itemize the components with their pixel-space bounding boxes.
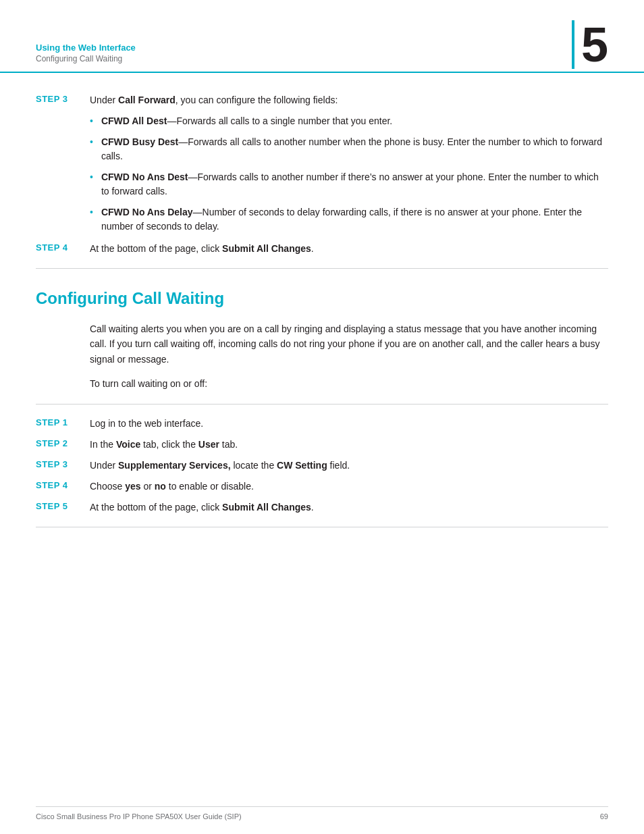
step-4-content: At the bottom of the page, click Submit …: [90, 242, 608, 256]
cw-step-5-text: At the bottom of the page, click Submit …: [90, 500, 608, 515]
call-forward-bold: Call Forward: [118, 95, 176, 105]
chapter-number: 5: [572, 20, 608, 69]
bullet-item-3: • CFWD No Ans Dest—Forwards calls to ano…: [90, 170, 608, 199]
divider-1: [36, 268, 608, 269]
cfwd-busy-dest: CFWD Busy Dest: [101, 136, 178, 147]
intro-paragraph-2: To turn call waiting on or off:: [90, 376, 608, 391]
bullet-item-4: • CFWD No Ans Delay—Number of seconds to…: [90, 205, 608, 234]
step-3-label: STEP 3: [36, 93, 90, 104]
bullet-text-2: CFWD Busy Dest—Forwards all calls to ano…: [101, 135, 608, 163]
no-option: no: [155, 481, 166, 492]
cw-step-2-block: STEP 2 In the Voice tab, click the User …: [36, 438, 608, 452]
header-left: Using the Web Interface Configuring Call…: [36, 43, 136, 63]
cw-step-5-label: STEP 5: [36, 500, 90, 511]
cfwd-no-ans-dest: CFWD No Ans Dest: [101, 172, 188, 182]
cw-step-5-content: At the bottom of the page, click Submit …: [90, 500, 608, 515]
page-header: Using the Web Interface Configuring Call…: [0, 0, 644, 73]
section-heading-call-waiting: Configuring Call Waiting: [36, 289, 608, 308]
cfwd-no-ans-delay: CFWD No Ans Delay: [101, 207, 193, 217]
footer-left-text: Cisco Small Business Pro IP Phone SPA50X…: [36, 812, 242, 820]
bullet-list: • CFWD All Dest—Forwards all calls to a …: [90, 114, 608, 234]
cw-step-1-text: Log in to the web interface.: [90, 417, 608, 431]
header-chapter-title: Using the Web Interface: [36, 43, 136, 53]
submit-all-changes-2: Submit All Changes: [222, 502, 311, 513]
yes-option: yes: [125, 481, 140, 492]
cw-step-1-content: Log in to the web interface.: [90, 417, 608, 431]
cw-step-3-block: STEP 3 Under Supplementary Services, loc…: [36, 459, 608, 473]
cw-step-1-block: STEP 1 Log in to the web interface.: [36, 417, 608, 431]
cw-step-4-block: STEP 4 Choose yes or no to enable or dis…: [36, 479, 608, 494]
bullet-item-2: • CFWD Busy Dest—Forwards all calls to a…: [90, 135, 608, 163]
bullet-marker-2: •: [90, 136, 93, 147]
bullet-text-4: CFWD No Ans Delay—Number of seconds to d…: [101, 205, 608, 234]
cfwd-all-dest: CFWD All Dest: [101, 115, 167, 126]
bullet-marker-3: •: [90, 172, 93, 182]
step-4-label: STEP 4: [36, 242, 90, 253]
cw-step-2-text: In the Voice tab, click the User tab.: [90, 438, 608, 452]
cw-step-2-label: STEP 2: [36, 438, 90, 448]
cw-step-3-label: STEP 3: [36, 459, 90, 469]
cw-setting: CW Setting: [277, 460, 327, 471]
supplementary-services: Supplementary Services,: [118, 460, 231, 471]
divider-3: [36, 527, 608, 527]
page-footer: Cisco Small Business Pro IP Phone SPA50X…: [36, 806, 608, 820]
bullet-text-1: CFWD All Dest—Forwards all calls to a si…: [101, 114, 608, 128]
cw-step-4-content: Choose yes or no to enable or disable.: [90, 479, 608, 494]
header-section-title: Configuring Call Waiting: [36, 54, 136, 63]
intro-paragraph-1: Call waiting alerts you when you are on …: [90, 321, 608, 367]
step-3-text: Under Call Forward, you can configure th…: [90, 93, 608, 107]
step-3-block: STEP 3 Under Call Forward, you can confi…: [36, 93, 608, 107]
bullet-text-3: CFWD No Ans Dest—Forwards calls to anoth…: [101, 170, 608, 199]
step-3-content: Under Call Forward, you can configure th…: [90, 93, 608, 107]
step-4-block: STEP 4 At the bottom of the page, click …: [36, 242, 608, 256]
page-container: Using the Web Interface Configuring Call…: [0, 0, 644, 834]
cw-step-5-block: STEP 5 At the bottom of the page, click …: [36, 500, 608, 515]
bullet-marker-4: •: [90, 207, 93, 217]
footer-page-number: 69: [600, 812, 608, 820]
main-content: STEP 3 Under Call Forward, you can confi…: [0, 73, 644, 527]
step-4-text: At the bottom of the page, click Submit …: [90, 242, 608, 256]
cw-step-2-content: In the Voice tab, click the User tab.: [90, 438, 608, 452]
cw-step-1-label: STEP 1: [36, 417, 90, 427]
user-tab: User: [198, 439, 219, 450]
cw-step-4-label: STEP 4: [36, 479, 90, 490]
cw-step-3-text: Under Supplementary Services, locate the…: [90, 459, 608, 473]
divider-2: [36, 404, 608, 405]
submit-all-changes-1: Submit All Changes: [222, 243, 311, 254]
bullet-item-1: • CFWD All Dest—Forwards all calls to a …: [90, 114, 608, 128]
cw-step-3-content: Under Supplementary Services, locate the…: [90, 459, 608, 473]
bullet-marker-1: •: [90, 115, 93, 126]
cw-step-4-text: Choose yes or no to enable or disable.: [90, 479, 608, 494]
voice-tab: Voice: [116, 439, 140, 450]
